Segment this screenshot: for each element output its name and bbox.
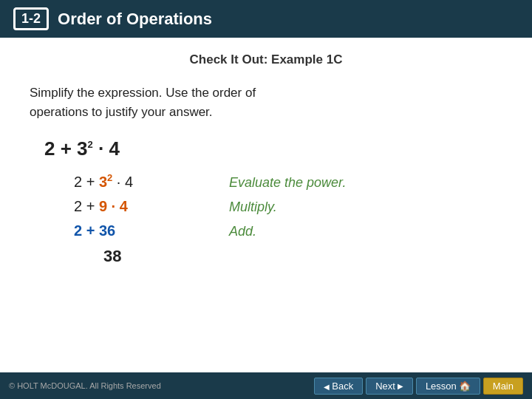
- step-3-row: 2 + 36 Add.: [74, 222, 502, 239]
- header: 1-2 Order of Operations: [0, 0, 532, 38]
- step-3-label: Add.: [229, 224, 256, 239]
- back-button[interactable]: Back: [314, 378, 363, 395]
- back-label: Back: [332, 381, 353, 392]
- step-3-highlight: 2 + 36: [74, 222, 115, 239]
- problem-statement: Simplify the expression. Use the order o…: [30, 83, 502, 121]
- main-button[interactable]: Main: [483, 378, 523, 395]
- footer: © HOLT McDOUGAL. All Rights Reserved Bac…: [0, 372, 532, 399]
- main-content: Check It Out: Example 1C Simplify the ex…: [0, 38, 532, 273]
- copyright-text: © HOLT McDOUGAL. All Rights Reserved: [9, 381, 161, 390]
- page-title: Order of Operations: [58, 10, 212, 29]
- main-expression: 2 + 32 · 4: [44, 137, 502, 160]
- step-1-row: 2 + 32 · 4 Evaluate the power.: [74, 174, 502, 191]
- lesson-label: Lesson: [426, 381, 457, 392]
- back-arrow-icon: [324, 381, 330, 392]
- step-1-expr: 2 + 32 · 4: [74, 174, 207, 191]
- next-label: Next: [375, 381, 395, 392]
- next-button[interactable]: Next: [366, 378, 413, 395]
- section-badge: 1-2: [13, 7, 49, 30]
- final-answer: 38: [103, 247, 502, 266]
- step-2-label: Multiply.: [229, 200, 277, 215]
- main-label: Main: [493, 381, 514, 392]
- step-1-label: Evaluate the power.: [229, 175, 346, 191]
- step-2-row: 2 + 9 · 4 Multiply.: [74, 198, 502, 215]
- example-subtitle: Check It Out: Example 1C: [30, 52, 502, 67]
- step-3-expr: 2 + 36: [74, 222, 207, 239]
- footer-nav: Back Next Lesson 🏠 Main: [314, 378, 523, 395]
- step-1-highlight: 32: [99, 174, 112, 190]
- step-2-expr: 2 + 9 · 4: [74, 198, 207, 215]
- lesson-button[interactable]: Lesson 🏠: [416, 378, 480, 395]
- step-2-highlight: 9 · 4: [99, 198, 128, 214]
